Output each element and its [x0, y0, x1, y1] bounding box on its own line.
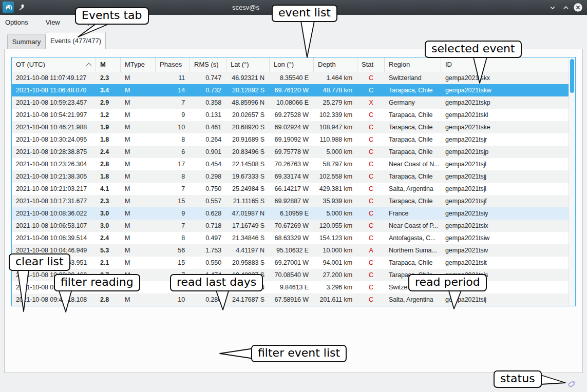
cell: M — [121, 195, 156, 207]
menu-item-options[interactable]: Options — [5, 15, 33, 26]
column-header-stat[interactable]: Stat — [357, 57, 385, 72]
table-row[interactable]: 2021-10-08 10:30:24.0951.8M80.26420.9168… — [12, 133, 569, 146]
cell: gempa2021tskw — [441, 84, 569, 96]
cell: 14 — [156, 84, 190, 96]
shade-button[interactable] — [548, 4, 557, 12]
cell: 2021-10-08 10:21:03.217 — [12, 183, 96, 195]
cell: 8 — [156, 232, 190, 244]
cell: 8 — [156, 170, 190, 183]
cell: 102.558 km — [314, 170, 357, 183]
table-row[interactable]: 2021-10-08 10:03:53.9512.1M150.55020.958… — [12, 257, 569, 269]
cell: C — [357, 146, 385, 158]
table-row[interactable]: 2021-10-08 10:04:46.9495.3M561.7534.4119… — [12, 244, 569, 257]
table-row[interactable]: 2021-10-08 09:41:18.1082.8M100.28024.176… — [12, 293, 569, 306]
table-row[interactable]: 2021-10-08 10:06:39.5142.4M80.49721.3484… — [12, 232, 569, 244]
cell: 10 — [156, 121, 190, 133]
cell: C — [357, 84, 385, 96]
column-header-lat[interactable]: Lat (°) — [226, 57, 270, 72]
cell: 47.01987 N — [226, 207, 270, 220]
cell: C — [357, 195, 385, 207]
cell: 6 — [156, 146, 190, 158]
cell: Switzerland — [385, 72, 441, 84]
cell: 2.4 — [96, 232, 121, 244]
scrollbar-thumb[interactable] — [570, 59, 574, 93]
cell: 69.27528 W — [270, 109, 314, 121]
cell: M — [121, 72, 156, 84]
table-row[interactable]: 2021-10-08 11:07:49.1272.3M110.74746.923… — [12, 72, 569, 84]
table-row[interactable]: 2021-10-08 10:54:21.9971.2M90.13120.0265… — [12, 109, 569, 121]
cell: Antofagasta, C... — [385, 232, 441, 244]
cell: 2.8 — [96, 158, 121, 170]
cell: gempa2021tsji — [441, 183, 569, 195]
cell: Near Coast of N... — [385, 158, 441, 170]
cell: 10.000 km — [314, 244, 357, 257]
cell: M — [121, 170, 156, 183]
column-header-phases[interactable]: Phases — [156, 57, 190, 72]
cell: 70.08540 W — [270, 269, 314, 281]
event-list-table: OT (UTC)MMTypePhasesRMS (s)Lat (°)Lon (°… — [11, 57, 576, 306]
cell: M — [121, 121, 156, 133]
cell: 11 — [156, 72, 190, 84]
table-row[interactable]: 2021-10-08 10:21:38.3051.8M80.29819.6733… — [12, 170, 569, 183]
menu-item-view[interactable]: View — [46, 15, 65, 26]
cell: 0.747 — [190, 72, 226, 84]
cell: 70.67269 W — [270, 220, 314, 232]
table-row[interactable]: 2021-10-08 10:08:36.0223.0M90.62847.0198… — [12, 207, 569, 220]
vertical-scrollbar[interactable] — [569, 57, 575, 306]
column-header-label: M — [100, 61, 106, 68]
column-header-rms-s[interactable]: RMS (s) — [190, 57, 226, 72]
table-row[interactable]: 2021-10-08 10:23:26.3042.8M170.45422.145… — [12, 158, 569, 170]
column-header-m[interactable]: M — [96, 57, 121, 72]
column-header-mtype[interactable]: MType — [121, 57, 156, 72]
cell: 3.4 — [96, 84, 121, 96]
cell: 2.8 — [96, 293, 121, 306]
table-row[interactable]: 2021-10-08 10:21:03.2174.1M70.75025.2498… — [12, 183, 569, 195]
cell: 48.778 km — [314, 84, 357, 96]
column-header-depth[interactable]: Depth — [314, 57, 357, 72]
cell: 10.08066 E — [270, 96, 314, 109]
maximize-button[interactable] — [562, 4, 570, 12]
cell: 17 — [156, 158, 190, 170]
cell: gempa2021tsiw — [441, 232, 569, 244]
column-header-label: ID — [445, 61, 452, 68]
cell: 2021-10-08 10:59:23.457 — [12, 96, 96, 109]
table-row[interactable]: 2021-10-08 10:46:21.9881.9M100.46120.689… — [12, 121, 569, 133]
column-header-label: Lon (°) — [274, 61, 294, 68]
column-header-label: Lat (°) — [231, 61, 249, 68]
table-row-selected[interactable]: 2021-10-08 11:06:48.0703.4M140.73220.128… — [12, 84, 569, 96]
cell: 20.95883 S — [226, 257, 270, 269]
cell: Tarapaca, Chile — [385, 121, 441, 133]
tab-events[interactable]: Events (477/477) — [46, 32, 106, 49]
connection-status-icon[interactable] — [567, 378, 577, 388]
cell: 429.381 km — [314, 183, 357, 195]
cell: 5.3 — [96, 244, 121, 257]
column-header-label: RMS (s) — [194, 61, 219, 68]
pushpin-icon[interactable] — [17, 3, 26, 11]
cell: A — [357, 244, 385, 257]
cell: C — [357, 109, 385, 121]
cell: gempa2021tsix — [441, 220, 569, 232]
cell: 2.3 — [96, 195, 121, 207]
cell: 0.280 — [190, 293, 226, 306]
cell: C — [357, 72, 385, 84]
table-row[interactable]: 2021-10-08 10:59:23.4572.9M70.35848.8599… — [12, 96, 569, 109]
cell: C — [357, 220, 385, 232]
cell: 6.10959 E — [270, 207, 314, 220]
cell: 0.750 — [190, 183, 226, 195]
table-row[interactable]: 2021-10-08 10:28:38.8752.4M60.90120.8349… — [12, 146, 569, 158]
column-header-id[interactable]: ID — [441, 57, 569, 72]
close-button[interactable] — [573, 3, 583, 12]
cell: 7 — [156, 96, 190, 109]
cell: 21.34846 S — [226, 232, 270, 244]
cell: 8.35540 E — [270, 72, 314, 84]
column-header-label: Region — [389, 61, 410, 68]
table-row[interactable]: 2021-10-08 10:06:53.1073.0M70.71817.1674… — [12, 220, 569, 232]
cell: 1.2 — [96, 109, 121, 121]
tab-summary[interactable]: Summary — [7, 34, 46, 49]
callout-filter-reading: filter reading — [54, 274, 140, 291]
column-header-ot-utc[interactable]: OT (UTC) — [12, 57, 96, 72]
column-header-region[interactable]: Region — [385, 57, 441, 72]
cell: 2021-10-08 10:06:39.514 — [12, 232, 96, 244]
table-row[interactable]: 2021-10-08 10:17:31.6772.3M150.55721.111… — [12, 195, 569, 207]
column-header-lon[interactable]: Lon (°) — [270, 57, 314, 72]
